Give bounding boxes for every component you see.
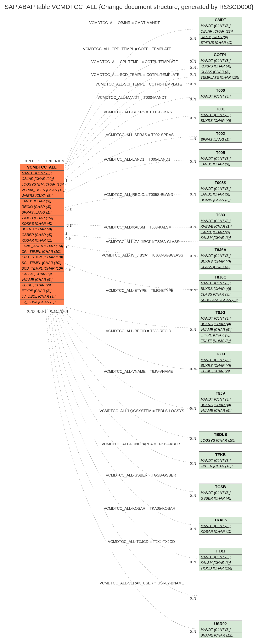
target-field: LOGSYS [CHAR (10)]: [199, 438, 242, 443]
target-entity: USR02MANDT [CLNT (3)]BNAME [CHAR (12)]: [199, 620, 242, 638]
main-field: VNAME [CHAR (6)]: [20, 277, 64, 283]
target-entity-name: T001: [199, 106, 242, 112]
cardinality-label: 1: [65, 232, 67, 236]
target-field: BUKRS [CHAR (4)]: [199, 259, 242, 264]
cardinality-label: 0..N: [25, 160, 31, 163]
diagram-canvas: SAP ABAP table VCMDTCC_ALL {Change docum…: [0, 0, 258, 644]
target-field: MANDT [CLNT (3)]: [199, 156, 242, 162]
target-entity-name: T005S: [199, 180, 242, 186]
target-field: CLASS [CHAR (3)]: [199, 264, 242, 270]
target-field: BNAME [CHAR (12)]: [199, 633, 242, 638]
target-field: MANDT [CLNT (3)]: [199, 627, 242, 633]
cardinality-label: 1..N: [56, 310, 62, 314]
target-field: MANDT [CLNT (3)]: [199, 524, 242, 529]
target-entity: T005MANDT [CLNT (3)]LAND1 [CHAR (3)]: [199, 150, 242, 167]
target-entity-name: TTXJ: [199, 548, 242, 554]
target-entity: TKA05MANDT [CLNT (3)]KOSAR [CHAR (1)]: [199, 517, 242, 535]
target-entity-name: T8JJ: [199, 351, 242, 358]
main-field: KOSAR [CHAR (1)]: [20, 238, 64, 244]
cardinality-label: 0..N: [190, 60, 196, 64]
target-entity-name: T8JV: [199, 390, 242, 397]
target-entity-name: T000: [199, 87, 242, 94]
target-field: DATBI [DATS (8)]: [199, 34, 242, 40]
target-field: RECID [CHAR (2)]: [199, 368, 242, 374]
cardinality-label: {0,1}: [65, 224, 72, 228]
target-entity: T683MANDT [CLNT (3)]KVEWE [CHAR (1)]KAPP…: [199, 212, 242, 241]
cardinality-label: 1: [44, 310, 46, 314]
target-entity-name: TGSB: [199, 484, 242, 490]
cardinality-label: 0..N: [190, 37, 196, 41]
cardinality-label: 0..N: [58, 160, 64, 163]
cardinality-label: 0..N: [190, 597, 196, 600]
edge-label: VCMDTCC_ALL-OBJNR = CMDT-MANDT: [89, 21, 160, 25]
cardinality-label: 0..N: [190, 73, 196, 76]
cardinality-label: 0..N: [190, 160, 196, 164]
target-entity: TTXJMANDT [CLNT (3)]KALSM [CHAR (6)]TXJC…: [199, 548, 242, 571]
main-entity: VCMDTCC_ALL MANDT [CLNT (3)]OBJNR [CHAR …: [20, 164, 64, 305]
main-field: CPI_TEMPL [CHAR (10)]: [20, 249, 64, 255]
main-field: FUNC_AREA [CHAR (16)]: [20, 244, 64, 249]
cardinality-label: 0..N: [190, 98, 196, 101]
cardinality-label: 0..N: [190, 116, 196, 120]
target-field: TEMPLATE [CHAR (10)]: [199, 75, 242, 80]
target-entity-name: T005: [199, 150, 242, 156]
edge-label: VCMDTCC_ALL-KOSAR = TKA05-KOSAR: [104, 506, 175, 511]
target-field: ETYPE [CHAR (3)]: [199, 333, 242, 338]
target-entity: T000MANDT [CLNT (3)]: [199, 87, 242, 100]
main-field: GSBER [CHAR (4)]: [20, 232, 64, 238]
target-field: KVEWE [CHAR (1)]: [199, 224, 242, 230]
cardinality-label: 0..N: [190, 254, 196, 258]
main-field: LAND1 [CHAR (3)]: [20, 198, 64, 204]
edge-label: VCMDTCC_ALL-SCI_TEMPL = COTPL-TEMPLATE: [95, 82, 182, 86]
target-field: MANDT [CLNT (3)]: [199, 358, 242, 363]
cardinality-label: 0..N: [190, 462, 196, 466]
cardinality-label: 1: [65, 245, 67, 249]
target-entity-name: T002: [199, 130, 242, 137]
main-field: KALSM [CHAR (6)]: [20, 272, 64, 277]
cardinality-label: 0..N: [190, 630, 196, 634]
main-field: WAERS [CUKY (5)]: [20, 193, 64, 198]
target-field: OBJNR [CHAR (22)]: [199, 29, 242, 34]
cardinality-label: 0..N: [38, 310, 45, 314]
target-field: LAND1 [CHAR (3)]: [199, 162, 242, 167]
cardinality-label: 0..N: [190, 192, 196, 196]
cardinality-label: 0..N: [65, 237, 71, 241]
edge-label: VCMDTCC_ALL-SCD_TEMPL = COTPL-TEMPLATE: [91, 73, 180, 77]
target-field: BUKRS [CHAR (4)]: [199, 363, 242, 368]
target-field: BLAND [CHAR (3)]: [199, 197, 242, 203]
main-field: REGIO [CHAR (3)]: [20, 204, 64, 210]
target-entity: TBDLSLOGSYS [CHAR (10)]: [199, 431, 242, 444]
cardinality-label: 0..N: [50, 310, 56, 314]
cardinality-label: 0..N: [190, 288, 196, 292]
edge-label: VCMDTCC_ALL-VERAK_USER = USR02-BNAME: [100, 581, 184, 586]
cardinality-label: 1: [38, 160, 40, 163]
cardinality-label: 0..N: [33, 310, 39, 314]
cardinality-label: 0..N: [190, 66, 196, 70]
cardinality-label: 0..N: [62, 310, 68, 314]
edge-label: VCMDTCC_ALL-KALSM = T683-KALSM: [104, 225, 172, 230]
target-entity-name: T8JG: [199, 310, 242, 316]
target-field: KALSM [CHAR (6)]: [199, 235, 242, 240]
main-entity-name: VCMDTCC_ALL: [20, 164, 64, 170]
cardinality-label: 1: [31, 160, 33, 163]
edge-label: VCMDTCC_ALL-BUKRS = T001-BUKRS: [104, 110, 172, 114]
target-field: FKBER [CHAR (16)]: [199, 464, 242, 469]
target-entity: CMDTMANDT [CLNT (3)]OBJNR [CHAR (22)]DAT…: [199, 16, 242, 46]
main-field: VERAK_USER [CHAR (12)]: [20, 188, 64, 193]
edge-label: VCMDTCC_ALL-JV_JIBCL = T8J6A-CLASS: [106, 240, 179, 244]
target-field: BUKRS [CHAR (4)]: [199, 286, 242, 292]
cardinality-label: 0..N: [27, 310, 33, 314]
target-field: KOSAR [CHAR (1)]: [199, 529, 242, 534]
target-field: MANDT [CLNT (3)]: [199, 458, 242, 464]
main-field: LOGSYSTEM [CHAR (10)]: [20, 182, 64, 188]
target-entity: TGSBMANDT [CLNT (3)]GSBER [CHAR (4)]: [199, 484, 242, 502]
target-entity-name: TKA05: [199, 517, 242, 524]
target-field: BUKRS [CHAR (4)]: [199, 402, 242, 408]
cardinality-label: {0,1}: [65, 208, 72, 211]
target-field: SPRAS [LANG (1)]: [199, 137, 242, 142]
target-field: KOKRS [CHAR (4)]: [199, 64, 242, 69]
edge-label: VCMDTCC_ALL-FUNC_AREA = TFKB-FKBER: [102, 442, 180, 446]
target-field: STATUS [CHAR (1)]: [199, 40, 242, 46]
target-field: MANDT [CLNT (3)]: [199, 186, 242, 192]
target-entity-name: USR02: [199, 621, 242, 627]
